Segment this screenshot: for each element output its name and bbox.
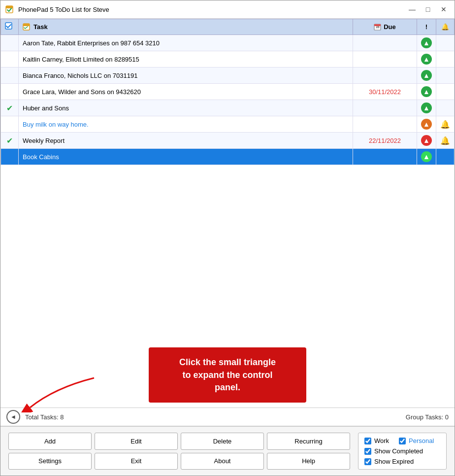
header-priority: ! bbox=[417, 19, 436, 35]
priority-icon[interactable]: ▲ bbox=[421, 151, 432, 162]
bell-icon[interactable]: 🔔 bbox=[440, 120, 450, 129]
row-due: 30/11/2022 bbox=[353, 84, 417, 100]
settings-button[interactable]: Settings bbox=[8, 453, 92, 470]
row-task: Kaitlin Carney, Elliott Limited on 82895… bbox=[19, 51, 353, 68]
row-priority[interactable]: ▲ bbox=[417, 68, 436, 84]
row-bell[interactable]: 🔔 bbox=[436, 116, 455, 133]
header-bell: 🔔 bbox=[436, 19, 455, 35]
table-row[interactable]: Book Cabins▲ bbox=[1, 149, 455, 165]
svg-text:23: 23 bbox=[376, 26, 380, 29]
main-content: Task 23 Due ! 🔔 Aaron bbox=[0, 19, 455, 476]
row-task: Grace Lara, Wilder and Sons on 9432620 bbox=[19, 84, 353, 100]
table-row[interactable]: Aaron Tate, Rabbit Enterprises on 987 65… bbox=[1, 35, 455, 51]
edit-button[interactable]: Edit bbox=[95, 433, 178, 450]
work-personal-row: WorkPersonal bbox=[364, 437, 440, 444]
row-check[interactable] bbox=[1, 116, 19, 133]
recurring-button[interactable]: Recurring bbox=[267, 433, 350, 450]
group-tasks-label: Group Tasks: 0 bbox=[406, 413, 449, 421]
table-row[interactable]: Bianca Franco, Nichols LLC on 7031191▲ bbox=[1, 68, 455, 84]
row-check[interactable] bbox=[1, 35, 19, 51]
row-priority[interactable]: ▲ bbox=[417, 133, 436, 149]
show-expired-row: Show Expired bbox=[364, 458, 440, 465]
svg-rect-6 bbox=[23, 25, 30, 26]
priority-icon[interactable]: ▲ bbox=[421, 70, 432, 81]
priority-icon[interactable]: ▲ bbox=[421, 135, 432, 146]
row-due bbox=[353, 100, 417, 116]
row-task: Weekly Report bbox=[19, 133, 353, 149]
titlebar: PhonePad 5 ToDo List for Steve — □ ✕ bbox=[0, 0, 455, 19]
button-group: AddEditDeleteRecurringSettingsExitAboutH… bbox=[8, 433, 350, 470]
row-task: Book Cabins bbox=[19, 149, 353, 165]
row-priority[interactable]: ▲ bbox=[417, 116, 436, 133]
priority-icon[interactable]: ▲ bbox=[421, 102, 432, 113]
table-row[interactable]: Kaitlin Carney, Elliott Limited on 82895… bbox=[1, 51, 455, 68]
row-due bbox=[353, 116, 417, 133]
table-row[interactable]: ✔Huber and Sons▲ bbox=[1, 100, 455, 116]
work-checkbox[interactable] bbox=[364, 438, 371, 444]
red-arrow-icon bbox=[15, 373, 114, 412]
minimize-button[interactable]: — bbox=[406, 3, 418, 15]
priority-icon[interactable]: ▲ bbox=[421, 119, 432, 130]
about-button[interactable]: About bbox=[181, 453, 264, 470]
row-bell[interactable] bbox=[436, 149, 455, 165]
row-check[interactable] bbox=[1, 84, 19, 100]
row-check[interactable]: ✔ bbox=[1, 100, 19, 116]
personal-label: Personal bbox=[409, 437, 434, 444]
row-due bbox=[353, 35, 417, 51]
row-bell[interactable] bbox=[436, 100, 455, 116]
row-check[interactable] bbox=[1, 149, 19, 165]
row-bell[interactable] bbox=[436, 68, 455, 84]
app-icon bbox=[5, 5, 14, 14]
row-priority[interactable]: ▲ bbox=[417, 84, 436, 100]
delete-button[interactable]: Delete bbox=[181, 433, 264, 450]
table-row[interactable]: Buy milk on way home.▲🔔 bbox=[1, 116, 455, 133]
priority-icon[interactable]: ▲ bbox=[421, 86, 432, 97]
header-due: 23 Due bbox=[353, 19, 417, 35]
table-row[interactable]: ✔Weekly Report22/11/2022▲🔔 bbox=[1, 133, 455, 149]
restore-button[interactable]: □ bbox=[422, 3, 434, 15]
row-task: Aaron Tate, Rabbit Enterprises on 987 65… bbox=[19, 35, 353, 51]
priority-icon[interactable]: ▲ bbox=[421, 37, 432, 48]
add-button[interactable]: Add bbox=[8, 433, 92, 450]
exit-button[interactable]: Exit bbox=[95, 453, 178, 470]
row-check[interactable]: ✔ bbox=[1, 133, 19, 149]
row-task: Bianca Franco, Nichols LLC on 7031191 bbox=[19, 68, 353, 84]
row-bell[interactable]: 🔔 bbox=[436, 133, 455, 149]
window-title: PhonePad 5 ToDo List for Steve bbox=[18, 6, 406, 13]
row-bell[interactable] bbox=[436, 51, 455, 68]
help-button[interactable]: Help bbox=[267, 453, 350, 470]
row-check[interactable] bbox=[1, 51, 19, 68]
row-due bbox=[353, 51, 417, 68]
row-priority[interactable]: ▲ bbox=[417, 35, 436, 51]
tooltip-box: Click the small triangleto expand the co… bbox=[149, 347, 306, 403]
table-row[interactable]: Grace Lara, Wilder and Sons on 943262030… bbox=[1, 84, 455, 100]
close-button[interactable]: ✕ bbox=[438, 3, 450, 15]
row-priority[interactable]: ▲ bbox=[417, 149, 436, 165]
row-bell[interactable] bbox=[436, 84, 455, 100]
tooltip-area: Click the small triangleto expand the co… bbox=[0, 333, 455, 408]
tooltip-text: Click the small triangleto expand the co… bbox=[179, 357, 276, 392]
row-task: Huber and Sons bbox=[19, 100, 353, 116]
row-priority[interactable]: ▲ bbox=[417, 100, 436, 116]
task-list-scroll[interactable]: Task 23 Due ! 🔔 Aaron bbox=[0, 19, 455, 333]
row-task: Buy milk on way home. bbox=[19, 116, 353, 133]
show-completed-checkbox[interactable] bbox=[364, 448, 371, 455]
row-due bbox=[353, 68, 417, 84]
show-completed-row: Show Completed bbox=[364, 447, 440, 455]
show-expired-checkbox[interactable] bbox=[364, 458, 371, 465]
window-controls: — □ ✕ bbox=[406, 3, 450, 15]
header-task: Task bbox=[19, 19, 353, 35]
check-icon: ✔ bbox=[6, 136, 13, 145]
row-priority[interactable]: ▲ bbox=[417, 51, 436, 68]
due-date: 30/11/2022 bbox=[369, 88, 401, 96]
total-tasks-label: Total Tasks: 8 bbox=[25, 413, 64, 421]
priority-icon[interactable]: ▲ bbox=[421, 54, 432, 65]
row-due: 22/11/2022 bbox=[353, 133, 417, 149]
personal-checkbox[interactable] bbox=[399, 438, 406, 444]
bell-icon[interactable]: 🔔 bbox=[440, 136, 450, 145]
row-due bbox=[353, 149, 417, 165]
work-label: Work bbox=[374, 437, 389, 444]
show-completed-label: Show Completed bbox=[374, 447, 423, 455]
row-bell[interactable] bbox=[436, 35, 455, 51]
row-check[interactable] bbox=[1, 68, 19, 84]
